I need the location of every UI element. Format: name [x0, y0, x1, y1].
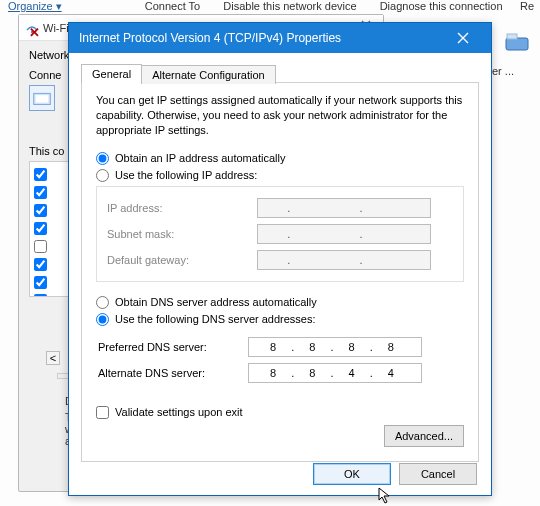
panel-description: You can get IP settings assigned automat…: [96, 93, 464, 138]
connect-to-cmd[interactable]: Connect To: [145, 0, 200, 12]
tab-strip: General Alternate Configuration: [69, 53, 491, 82]
tab-alternate-configuration[interactable]: Alternate Configuration: [141, 65, 276, 84]
checkbox[interactable]: [34, 276, 47, 289]
validate-checkbox[interactable]: [96, 406, 109, 419]
svg-rect-4: [36, 95, 49, 102]
radio-label: Obtain an IP address automatically: [115, 152, 285, 164]
preferred-dns-input[interactable]: [248, 337, 422, 357]
dns-fields-group: Preferred DNS server: Alternate DNS serv…: [96, 330, 464, 386]
tab-general[interactable]: General: [81, 64, 142, 83]
scroll-left-icon[interactable]: <: [46, 351, 60, 365]
radio-label: Use the following DNS server addresses:: [115, 313, 316, 325]
ip-fields-group: IP address: Subnet mask: Default gateway…: [96, 186, 464, 282]
checkbox[interactable]: [34, 222, 47, 235]
network-adapter-icon: [29, 85, 55, 111]
subnet-mask-input: [257, 224, 431, 244]
radio-dns-auto[interactable]: Obtain DNS server address automatically: [96, 296, 464, 309]
organize-menu[interactable]: Organize ▾: [8, 0, 62, 12]
ipv4-titlebar[interactable]: Internet Protocol Version 4 (TCP/IPv4) P…: [69, 23, 491, 53]
diagnose-cmd[interactable]: Diagnose this connection: [380, 0, 503, 12]
svg-point-2: [31, 30, 33, 32]
checkbox[interactable]: [34, 204, 47, 217]
advanced-button[interactable]: Advanced...: [384, 425, 464, 447]
close-button[interactable]: [445, 23, 481, 53]
truncated-cmd: Re: [520, 0, 534, 12]
radio-label: Obtain DNS server address automatically: [115, 296, 317, 308]
alternate-dns-label: Alternate DNS server:: [98, 367, 248, 379]
ip-address-label: IP address:: [107, 202, 257, 214]
adapter-icon: [504, 30, 532, 54]
radio-input[interactable]: [96, 152, 109, 165]
checkbox[interactable]: [34, 186, 47, 199]
ipv4-properties-dialog: Internet Protocol Version 4 (TCP/IPv4) P…: [68, 22, 492, 496]
radio-input[interactable]: [96, 296, 109, 309]
general-panel: You can get IP settings assigned automat…: [81, 82, 479, 462]
ip-address-input: [257, 198, 431, 218]
preferred-dns-label: Preferred DNS server:: [98, 341, 248, 353]
checkbox[interactable]: [34, 168, 47, 181]
radio-dns-manual[interactable]: Use the following DNS server addresses:: [96, 313, 464, 326]
wifi-icon: [25, 21, 39, 35]
svg-rect-1: [507, 34, 517, 39]
ok-button[interactable]: OK: [313, 463, 391, 485]
validate-label: Validate settings upon exit: [115, 406, 243, 418]
radio-input[interactable]: [96, 169, 109, 182]
disable-device-cmd[interactable]: Disable this network device: [223, 0, 356, 12]
default-gateway-label: Default gateway:: [107, 254, 257, 266]
ipv4-title: Internet Protocol Version 4 (TCP/IPv4) P…: [79, 31, 341, 45]
checkbox[interactable]: [34, 240, 47, 253]
radio-ip-auto[interactable]: Obtain an IP address automatically: [96, 152, 464, 165]
alternate-dns-input[interactable]: [248, 363, 422, 383]
checkbox[interactable]: [34, 294, 47, 298]
cancel-button[interactable]: Cancel: [399, 463, 477, 485]
svg-rect-0: [506, 38, 528, 50]
subnet-mask-label: Subnet mask:: [107, 228, 257, 240]
radio-label: Use the following IP address:: [115, 169, 257, 181]
radio-ip-manual[interactable]: Use the following IP address:: [96, 169, 464, 182]
default-gateway-input: [257, 250, 431, 270]
dialog-button-row: OK Cancel: [313, 463, 477, 485]
checkbox[interactable]: [34, 258, 47, 271]
validate-settings-row[interactable]: Validate settings upon exit: [96, 406, 464, 419]
radio-input[interactable]: [96, 313, 109, 326]
